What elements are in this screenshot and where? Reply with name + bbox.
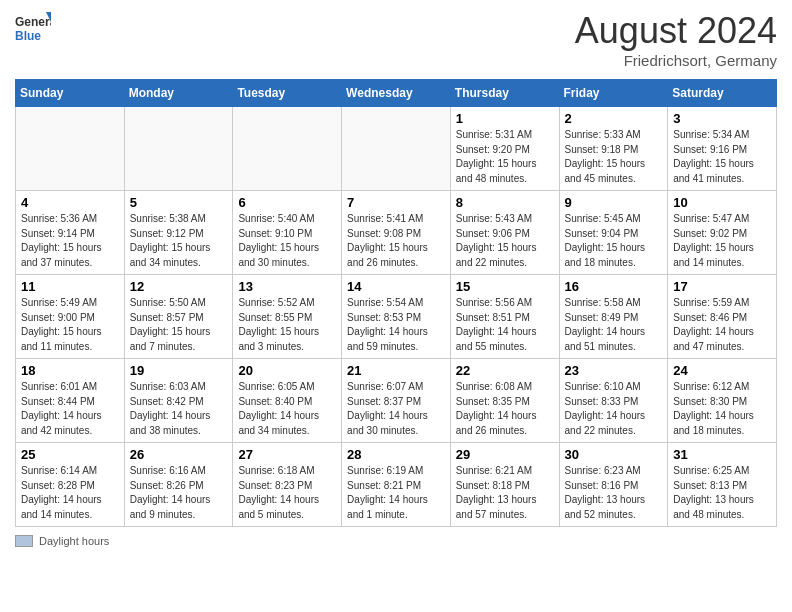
header-row: SundayMondayTuesdayWednesdayThursdayFrid…: [16, 80, 777, 107]
day-number: 25: [21, 447, 119, 462]
day-number: 30: [565, 447, 663, 462]
day-number: 1: [456, 111, 554, 126]
day-number: 9: [565, 195, 663, 210]
week-row-2: 11Sunrise: 5:49 AMSunset: 9:00 PMDayligh…: [16, 275, 777, 359]
logo: General Blue: [15, 10, 51, 46]
day-cell: 24Sunrise: 6:12 AMSunset: 8:30 PMDayligh…: [668, 359, 777, 443]
location: Friedrichsort, Germany: [575, 52, 777, 69]
day-number: 12: [130, 279, 228, 294]
day-info: Sunrise: 5:58 AMSunset: 8:49 PMDaylight:…: [565, 296, 663, 354]
day-cell: 11Sunrise: 5:49 AMSunset: 9:00 PMDayligh…: [16, 275, 125, 359]
col-header-monday: Monday: [124, 80, 233, 107]
day-info: Sunrise: 5:43 AMSunset: 9:06 PMDaylight:…: [456, 212, 554, 270]
week-row-0: 1Sunrise: 5:31 AMSunset: 9:20 PMDaylight…: [16, 107, 777, 191]
col-header-tuesday: Tuesday: [233, 80, 342, 107]
day-info: Sunrise: 5:36 AMSunset: 9:14 PMDaylight:…: [21, 212, 119, 270]
day-info: Sunrise: 6:03 AMSunset: 8:42 PMDaylight:…: [130, 380, 228, 438]
daylight-label: Daylight hours: [39, 535, 109, 547]
day-info: Sunrise: 5:54 AMSunset: 8:53 PMDaylight:…: [347, 296, 445, 354]
day-info: Sunrise: 6:05 AMSunset: 8:40 PMDaylight:…: [238, 380, 336, 438]
day-cell: 10Sunrise: 5:47 AMSunset: 9:02 PMDayligh…: [668, 191, 777, 275]
day-info: Sunrise: 6:18 AMSunset: 8:23 PMDaylight:…: [238, 464, 336, 522]
day-cell: 15Sunrise: 5:56 AMSunset: 8:51 PMDayligh…: [450, 275, 559, 359]
day-info: Sunrise: 5:41 AMSunset: 9:08 PMDaylight:…: [347, 212, 445, 270]
month-title: August 2024: [575, 10, 777, 52]
day-info: Sunrise: 5:31 AMSunset: 9:20 PMDaylight:…: [456, 128, 554, 186]
week-row-4: 25Sunrise: 6:14 AMSunset: 8:28 PMDayligh…: [16, 443, 777, 527]
day-cell: [233, 107, 342, 191]
title-area: August 2024 Friedrichsort, Germany: [575, 10, 777, 69]
col-header-wednesday: Wednesday: [342, 80, 451, 107]
day-info: Sunrise: 5:50 AMSunset: 8:57 PMDaylight:…: [130, 296, 228, 354]
day-number: 3: [673, 111, 771, 126]
day-cell: 7Sunrise: 5:41 AMSunset: 9:08 PMDaylight…: [342, 191, 451, 275]
day-cell: 4Sunrise: 5:36 AMSunset: 9:14 PMDaylight…: [16, 191, 125, 275]
day-cell: [342, 107, 451, 191]
day-number: 31: [673, 447, 771, 462]
day-cell: 31Sunrise: 6:25 AMSunset: 8:13 PMDayligh…: [668, 443, 777, 527]
day-number: 6: [238, 195, 336, 210]
day-cell: 12Sunrise: 5:50 AMSunset: 8:57 PMDayligh…: [124, 275, 233, 359]
day-number: 23: [565, 363, 663, 378]
day-info: Sunrise: 5:56 AMSunset: 8:51 PMDaylight:…: [456, 296, 554, 354]
day-number: 8: [456, 195, 554, 210]
day-cell: 27Sunrise: 6:18 AMSunset: 8:23 PMDayligh…: [233, 443, 342, 527]
day-number: 28: [347, 447, 445, 462]
day-info: Sunrise: 6:25 AMSunset: 8:13 PMDaylight:…: [673, 464, 771, 522]
day-info: Sunrise: 6:12 AMSunset: 8:30 PMDaylight:…: [673, 380, 771, 438]
day-cell: 18Sunrise: 6:01 AMSunset: 8:44 PMDayligh…: [16, 359, 125, 443]
day-number: 19: [130, 363, 228, 378]
day-cell: 26Sunrise: 6:16 AMSunset: 8:26 PMDayligh…: [124, 443, 233, 527]
day-info: Sunrise: 6:19 AMSunset: 8:21 PMDaylight:…: [347, 464, 445, 522]
day-cell: 23Sunrise: 6:10 AMSunset: 8:33 PMDayligh…: [559, 359, 668, 443]
day-info: Sunrise: 6:23 AMSunset: 8:16 PMDaylight:…: [565, 464, 663, 522]
day-info: Sunrise: 5:49 AMSunset: 9:00 PMDaylight:…: [21, 296, 119, 354]
day-number: 24: [673, 363, 771, 378]
header: General Blue August 2024 Friedrichsort, …: [15, 10, 777, 69]
day-cell: 20Sunrise: 6:05 AMSunset: 8:40 PMDayligh…: [233, 359, 342, 443]
day-info: Sunrise: 6:21 AMSunset: 8:18 PMDaylight:…: [456, 464, 554, 522]
day-cell: [16, 107, 125, 191]
day-info: Sunrise: 5:45 AMSunset: 9:04 PMDaylight:…: [565, 212, 663, 270]
day-cell: 17Sunrise: 5:59 AMSunset: 8:46 PMDayligh…: [668, 275, 777, 359]
day-number: 5: [130, 195, 228, 210]
day-cell: 3Sunrise: 5:34 AMSunset: 9:16 PMDaylight…: [668, 107, 777, 191]
day-number: 27: [238, 447, 336, 462]
day-info: Sunrise: 5:59 AMSunset: 8:46 PMDaylight:…: [673, 296, 771, 354]
day-number: 11: [21, 279, 119, 294]
day-cell: 29Sunrise: 6:21 AMSunset: 8:18 PMDayligh…: [450, 443, 559, 527]
day-cell: 16Sunrise: 5:58 AMSunset: 8:49 PMDayligh…: [559, 275, 668, 359]
page: General Blue August 2024 Friedrichsort, …: [0, 0, 792, 557]
day-number: 26: [130, 447, 228, 462]
day-cell: 25Sunrise: 6:14 AMSunset: 8:28 PMDayligh…: [16, 443, 125, 527]
day-number: 14: [347, 279, 445, 294]
day-cell: 5Sunrise: 5:38 AMSunset: 9:12 PMDaylight…: [124, 191, 233, 275]
day-number: 18: [21, 363, 119, 378]
day-number: 20: [238, 363, 336, 378]
day-info: Sunrise: 6:10 AMSunset: 8:33 PMDaylight:…: [565, 380, 663, 438]
svg-text:General: General: [15, 15, 51, 29]
day-cell: 2Sunrise: 5:33 AMSunset: 9:18 PMDaylight…: [559, 107, 668, 191]
day-info: Sunrise: 5:47 AMSunset: 9:02 PMDaylight:…: [673, 212, 771, 270]
day-info: Sunrise: 6:07 AMSunset: 8:37 PMDaylight:…: [347, 380, 445, 438]
day-info: Sunrise: 6:14 AMSunset: 8:28 PMDaylight:…: [21, 464, 119, 522]
day-number: 17: [673, 279, 771, 294]
day-info: Sunrise: 6:01 AMSunset: 8:44 PMDaylight:…: [21, 380, 119, 438]
day-cell: 1Sunrise: 5:31 AMSunset: 9:20 PMDaylight…: [450, 107, 559, 191]
day-number: 2: [565, 111, 663, 126]
day-number: 22: [456, 363, 554, 378]
footer: Daylight hours: [15, 535, 777, 547]
day-info: Sunrise: 6:16 AMSunset: 8:26 PMDaylight:…: [130, 464, 228, 522]
day-cell: 14Sunrise: 5:54 AMSunset: 8:53 PMDayligh…: [342, 275, 451, 359]
col-header-thursday: Thursday: [450, 80, 559, 107]
day-number: 4: [21, 195, 119, 210]
week-row-1: 4Sunrise: 5:36 AMSunset: 9:14 PMDaylight…: [16, 191, 777, 275]
day-info: Sunrise: 5:38 AMSunset: 9:12 PMDaylight:…: [130, 212, 228, 270]
col-header-saturday: Saturday: [668, 80, 777, 107]
day-info: Sunrise: 5:52 AMSunset: 8:55 PMDaylight:…: [238, 296, 336, 354]
day-cell: 19Sunrise: 6:03 AMSunset: 8:42 PMDayligh…: [124, 359, 233, 443]
day-cell: 6Sunrise: 5:40 AMSunset: 9:10 PMDaylight…: [233, 191, 342, 275]
day-cell: 13Sunrise: 5:52 AMSunset: 8:55 PMDayligh…: [233, 275, 342, 359]
day-cell: 28Sunrise: 6:19 AMSunset: 8:21 PMDayligh…: [342, 443, 451, 527]
day-number: 16: [565, 279, 663, 294]
